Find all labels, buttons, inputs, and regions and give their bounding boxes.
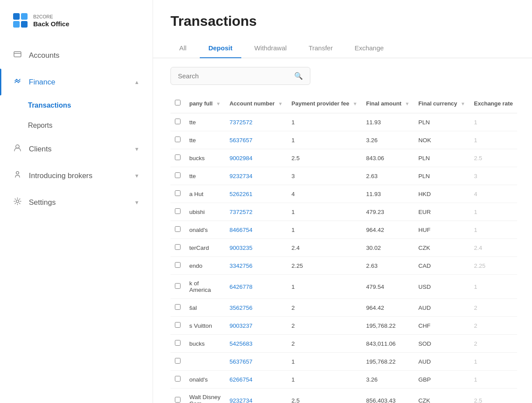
row-checkbox-10[interactable]: [175, 304, 181, 310]
transactions-label: Transactions: [28, 102, 71, 109]
table-row: k of America 6426778 1 479.54 USD 1: [170, 275, 517, 299]
account-link-12[interactable]: 5425683: [229, 340, 253, 347]
row-account-number[interactable]: 6266754: [225, 371, 287, 389]
row-account-number[interactable]: 5637657: [225, 353, 287, 371]
row-account-number[interactable]: 5637657: [225, 131, 287, 149]
row-checkbox-8[interactable]: [175, 262, 181, 268]
row-account-number[interactable]: 3562756: [225, 299, 287, 317]
row-checkbox-7[interactable]: [175, 244, 181, 250]
row-account-number[interactable]: 9002984: [225, 149, 287, 167]
sidebar-item-clients[interactable]: Clients ▼: [0, 136, 153, 162]
row-exchange-rate: 1: [469, 203, 517, 221]
amount-filter-icon[interactable]: ▼: [405, 101, 410, 106]
account-link-5[interactable]: 7372572: [229, 209, 253, 215]
account-link-14[interactable]: 6266754: [229, 376, 253, 383]
account-link-10[interactable]: 3562756: [229, 305, 253, 311]
row-checkbox-3[interactable]: [175, 172, 181, 178]
row-account-number[interactable]: 9003235: [225, 239, 287, 257]
account-link-3[interactable]: 9232734: [229, 173, 253, 179]
row-account-number[interactable]: 8466754: [225, 221, 287, 239]
search-input[interactable]: [178, 72, 294, 80]
tab-all[interactable]: All: [170, 38, 195, 58]
row-checkbox-2[interactable]: [175, 154, 181, 160]
row-checkbox-4[interactable]: [175, 190, 181, 196]
account-filter-icon[interactable]: ▼: [278, 101, 283, 106]
row-fee: 1: [287, 371, 362, 389]
row-checkbox-13[interactable]: [175, 358, 181, 364]
row-account-number[interactable]: 5262261: [225, 185, 287, 203]
row-account-number[interactable]: 9232734: [225, 167, 287, 185]
svg-rect-4: [14, 52, 21, 57]
row-checkbox-cell: [170, 203, 185, 221]
row-amount: 30.02: [362, 239, 414, 257]
tab-transfer[interactable]: Transfer: [300, 38, 341, 58]
account-link-8[interactable]: 3342756: [229, 263, 253, 269]
finance-chevron: ▲: [134, 79, 139, 85]
account-link-2[interactable]: 9002984: [229, 155, 253, 161]
row-fee: 2: [287, 335, 362, 353]
tab-exchange[interactable]: Exchange: [346, 38, 393, 58]
row-checkbox-14[interactable]: [175, 376, 181, 382]
account-link-9[interactable]: 6426778: [229, 284, 253, 290]
row-exchange-rate: 1: [469, 371, 517, 389]
row-account-number[interactable]: 6426778: [225, 275, 287, 299]
sidebar-item-introducing-brokers[interactable]: Introducing brokers ▼: [0, 162, 153, 189]
row-exchange-rate: 1: [469, 221, 517, 239]
account-link-11[interactable]: 9003237: [229, 322, 253, 329]
row-checkbox-cell: [170, 257, 185, 275]
select-all-header: [170, 94, 185, 113]
row-account-number[interactable]: 7372572: [225, 203, 287, 221]
row-company: k of America: [185, 275, 225, 299]
row-checkbox-15[interactable]: [175, 397, 181, 403]
table-row: onald's 6266754 1 3.26 GBP 1: [170, 371, 517, 389]
row-account-number[interactable]: 5425683: [225, 335, 287, 353]
accounts-icon: [13, 50, 22, 61]
sidebar-item-finance[interactable]: Finance ▲: [0, 69, 153, 95]
tab-withdrawal[interactable]: Withdrawal: [246, 38, 296, 58]
row-checkbox-9[interactable]: [175, 283, 181, 289]
row-account-number[interactable]: 7372572: [225, 113, 287, 131]
row-company: s Vuitton: [185, 317, 225, 335]
row-checkbox-1[interactable]: [175, 137, 181, 142]
row-amount: 843,011.06: [362, 335, 414, 353]
account-link-15[interactable]: 9232734: [229, 397, 253, 403]
row-checkbox-cell: [170, 221, 185, 239]
row-checkbox-5[interactable]: [175, 208, 181, 214]
search-area: 🔍: [153, 58, 532, 94]
sidebar-item-accounts[interactable]: Accounts: [0, 42, 153, 69]
finance-icon: [13, 77, 22, 88]
row-fee: 1: [287, 203, 362, 221]
brokers-icon: [13, 170, 22, 181]
tab-deposit[interactable]: Deposit: [200, 38, 241, 58]
sidebar-subitem-transactions[interactable]: Transactions: [0, 95, 153, 116]
currency-filter-icon[interactable]: ▼: [460, 101, 465, 106]
row-checkbox-6[interactable]: [175, 226, 181, 232]
fee-filter-icon[interactable]: ▼: [353, 101, 358, 106]
company-filter-icon[interactable]: ▼: [216, 101, 221, 106]
account-link-4[interactable]: 5262261: [229, 191, 253, 197]
row-currency: HKD: [414, 185, 469, 203]
row-checkbox-11[interactable]: [175, 322, 181, 328]
page-header: Transactions: [153, 0, 532, 34]
row-company: terCard: [185, 239, 225, 257]
account-link-13[interactable]: 5637657: [229, 358, 253, 365]
row-currency: GBP: [414, 371, 469, 389]
settings-chevron: ▼: [134, 200, 139, 206]
row-checkbox-12[interactable]: [175, 340, 181, 346]
account-link-1[interactable]: 5637657: [229, 137, 253, 144]
row-account-number[interactable]: 3342756: [225, 257, 287, 275]
row-checkbox-0[interactable]: [175, 119, 181, 124]
account-link-0[interactable]: 7372572: [229, 119, 253, 126]
row-account-number[interactable]: 9232734: [225, 389, 287, 403]
row-company: ubishi: [185, 203, 225, 221]
reports-label: Reports: [28, 122, 52, 129]
sidebar-subitem-reports[interactable]: Reports: [0, 116, 153, 136]
sidebar-item-settings[interactable]: Settings ▼: [0, 189, 153, 216]
select-all-checkbox[interactable]: [175, 100, 181, 105]
account-link-6[interactable]: 8466754: [229, 227, 253, 233]
row-company: endo: [185, 257, 225, 275]
table-row: s Vuitton 9003237 2 195,768.22 CHF 2: [170, 317, 517, 335]
account-link-7[interactable]: 9003235: [229, 245, 253, 251]
search-icon: 🔍: [294, 72, 303, 80]
row-account-number[interactable]: 9003237: [225, 317, 287, 335]
